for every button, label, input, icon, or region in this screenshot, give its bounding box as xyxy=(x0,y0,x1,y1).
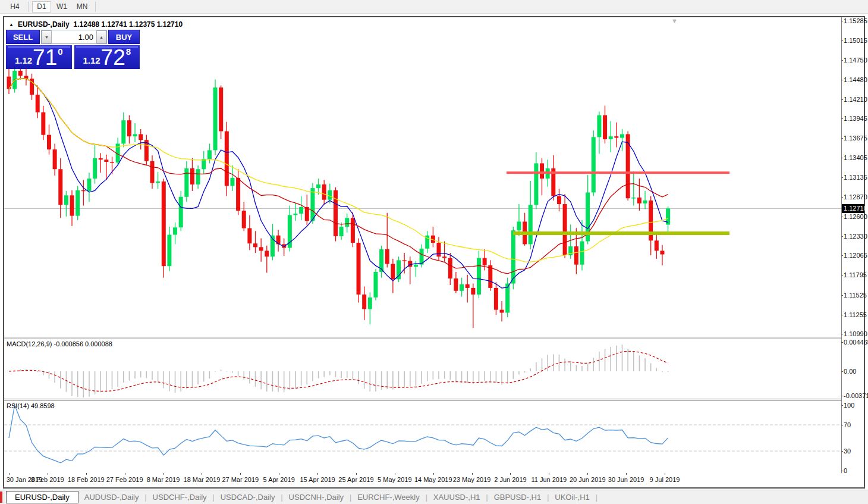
chart-shift-marker-icon[interactable]: ▼ xyxy=(671,17,678,24)
date-tick xyxy=(9,473,10,475)
candle-body xyxy=(580,242,584,265)
candle-body xyxy=(540,163,544,179)
date-tick xyxy=(202,473,202,475)
timeframe-button-mn[interactable]: MN xyxy=(73,1,92,12)
macd-signal-line xyxy=(9,351,668,391)
date-axis-label: 18 Feb 2019 xyxy=(68,476,105,483)
candle-body xyxy=(557,196,561,204)
pane-separator[interactable] xyxy=(4,337,864,339)
candle-body xyxy=(334,190,338,236)
candle-body xyxy=(41,112,45,135)
macd-axis-label: 0.004465 xyxy=(844,338,868,346)
sell-price-panel[interactable]: 1.12 71 0 xyxy=(6,45,72,69)
date-axis-label: 15 Apr 2019 xyxy=(300,476,335,483)
rsi-axis-label: 0 xyxy=(844,467,847,475)
price-axis-label: 1.12065 xyxy=(844,251,867,259)
chart-tab-eurchf-weekly[interactable]: EURCHF-,Weekly xyxy=(351,491,426,504)
chart-tab-usdcnh-daily[interactable]: USDCNH-,Daily xyxy=(283,491,350,504)
date-tick xyxy=(626,473,627,475)
candle-body xyxy=(402,260,407,261)
price-axis-label: 1.14480 xyxy=(844,76,867,84)
chart-tab-usdcad-daily[interactable]: USDCAD-,Daily xyxy=(215,491,281,504)
rsi-indicator-plot[interactable] xyxy=(4,401,841,473)
candle-body xyxy=(643,201,647,204)
candle-body xyxy=(631,198,636,199)
candle-body xyxy=(534,163,538,205)
date-axis-label: 14 May 2019 xyxy=(414,476,452,483)
date-axis-label: 11 Jun 2019 xyxy=(531,476,567,483)
candle-body xyxy=(173,227,177,234)
candle-body xyxy=(345,218,349,227)
pane-separator[interactable] xyxy=(4,399,864,401)
chart-tab-audusd-daily[interactable]: AUDUSD-,Daily xyxy=(78,491,145,504)
candle-body xyxy=(637,198,641,204)
price-axis-label: 1.11525 xyxy=(844,291,867,299)
candle-body xyxy=(259,247,263,251)
chart-tab-gbpusd-h1[interactable]: GBPUSD-,H1 xyxy=(488,491,547,504)
candle-body xyxy=(574,246,578,265)
date-tick xyxy=(587,473,588,475)
macd-axis-label: 0.00 xyxy=(844,367,856,375)
timeframe-button-h4[interactable]: H4 xyxy=(5,1,24,12)
macd-label: MACD(12,26,9) -0.000856 0.000088 xyxy=(7,340,112,348)
one-click-panel-toggle-icon[interactable]: ▲ xyxy=(9,22,14,27)
candle-body xyxy=(368,298,372,309)
date-tick xyxy=(549,473,549,475)
time-scale[interactable]: 30 Jan 20198 Feb 201918 Feb 201927 Feb 2… xyxy=(4,473,841,487)
timeframe-button-group: H4D1W1MN xyxy=(5,1,99,12)
candle-body xyxy=(70,195,74,215)
date-tick xyxy=(48,473,48,475)
candle-body xyxy=(47,135,51,149)
candle-body xyxy=(477,258,481,295)
volume-stepper: ▼ ▲ xyxy=(41,30,107,44)
price-axis-label: 1.13945 xyxy=(844,114,867,123)
price-scale[interactable]: 1.12710 1.152851.150151.147501.144801.14… xyxy=(841,17,864,473)
timeframe-button-d1[interactable]: D1 xyxy=(32,1,51,12)
candle-body xyxy=(87,179,91,191)
date-axis-label: 8 Mar 2019 xyxy=(147,476,180,483)
chart-tab-xauusd-h1[interactable]: XAUUSD-,H1 xyxy=(427,491,486,504)
buy-price-sup: 8 xyxy=(126,46,131,57)
price-axis-label: 1.11795 xyxy=(844,271,867,279)
candle-body xyxy=(162,181,166,266)
candle-body xyxy=(442,256,446,258)
volume-decrease-button[interactable]: ▼ xyxy=(42,30,52,43)
chart-tab-eurusd-daily[interactable]: EURUSD-,Daily xyxy=(6,491,78,503)
candle-body xyxy=(511,230,515,283)
candle-body xyxy=(517,221,521,230)
toolbar-divider xyxy=(95,2,96,12)
chart-tab-usdchf-daily[interactable]: USDCHF-,Daily xyxy=(147,491,213,504)
volume-input[interactable] xyxy=(52,30,96,43)
candle-body xyxy=(207,150,212,159)
volume-increase-button[interactable]: ▲ xyxy=(96,30,106,43)
candle-body xyxy=(139,134,143,140)
date-axis-label: 5 May 2019 xyxy=(378,476,411,483)
candle-body xyxy=(253,243,257,247)
candle-body xyxy=(167,234,171,266)
candle-body xyxy=(460,284,464,291)
sell-price-sup: 0 xyxy=(58,46,62,57)
candle-body xyxy=(99,158,103,159)
candle-body xyxy=(310,188,315,221)
buy-button[interactable]: BUY xyxy=(108,30,140,44)
date-axis-label: 20 Jun 2019 xyxy=(570,476,606,483)
candle-body xyxy=(351,218,355,243)
date-axis-label: 9 Jul 2019 xyxy=(650,476,680,483)
candle-body xyxy=(150,161,155,183)
spin-up-icon: ▲ xyxy=(99,35,103,39)
chart-tab-ukoil-h1[interactable]: UKOil-,H1 xyxy=(549,491,596,504)
price-axis-label: 1.14210 xyxy=(844,95,867,104)
price-axis-label: 1.14750 xyxy=(844,56,867,64)
price-axis-label: 1.12330 xyxy=(844,232,867,240)
price-axis-label: 1.10990 xyxy=(844,330,867,338)
candle-body xyxy=(64,195,68,205)
buy-price-panel[interactable]: 1.12 72 8 xyxy=(74,45,140,69)
candle-body xyxy=(494,288,498,310)
sell-button[interactable]: SELL xyxy=(6,30,40,44)
macd-indicator-plot[interactable] xyxy=(4,339,841,399)
timeframe-toolbar: H4D1W1MN xyxy=(0,0,868,14)
timeframe-button-w1[interactable]: W1 xyxy=(52,1,71,12)
candle-body xyxy=(483,258,487,265)
date-tick xyxy=(472,473,473,475)
candle-body xyxy=(614,136,618,137)
